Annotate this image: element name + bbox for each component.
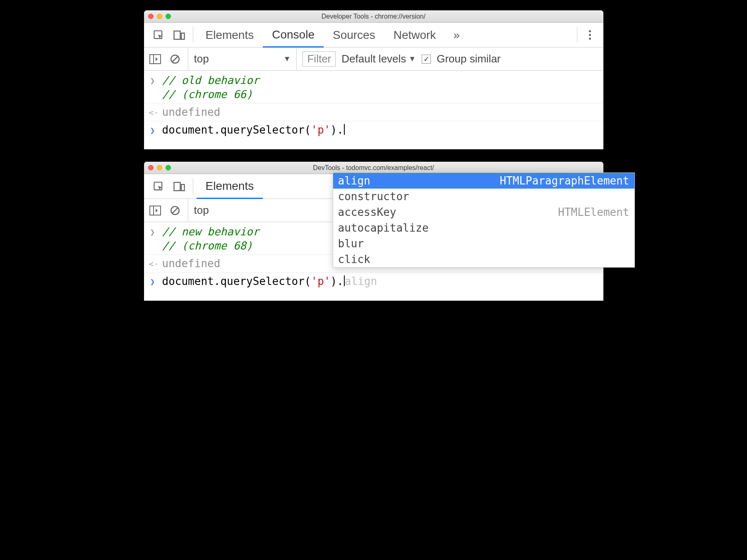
undefined-result: undefined xyxy=(162,257,221,270)
context-selector[interactable]: top xyxy=(188,199,215,222)
text-caret xyxy=(344,124,345,135)
autocomplete-popup[interactable]: alignHTMLParagraphElementconstructoracce… xyxy=(333,172,635,268)
chevron-down-icon: ▼ xyxy=(283,55,291,63)
comment-text: // (chrome 66) xyxy=(162,88,253,101)
console-result-line: <· undefined xyxy=(144,105,603,119)
svg-rect-8 xyxy=(174,182,180,191)
autocomplete-type: HTMLElement xyxy=(558,206,629,218)
autocomplete-name: blur xyxy=(338,237,364,250)
clear-console-icon[interactable] xyxy=(168,52,182,66)
svg-rect-3 xyxy=(150,55,161,64)
divider xyxy=(577,27,577,43)
group-similar-label: Group similar xyxy=(437,53,501,65)
autocomplete-type: HTMLParagraphElement xyxy=(500,175,629,187)
filter-input[interactable]: Filter xyxy=(303,51,336,67)
svg-rect-0 xyxy=(154,31,162,38)
devtools-window-1: Developer Tools - chrome://version/ Elem… xyxy=(144,10,603,149)
traffic-lights xyxy=(148,165,171,170)
window-title: DevTools - todomvc.com/examples/react/ xyxy=(144,164,603,172)
divider xyxy=(193,178,193,194)
device-icon[interactable] xyxy=(169,174,190,199)
tab-console[interactable]: Console xyxy=(263,23,324,48)
input-marker-icon: ❯ xyxy=(149,74,156,86)
console-comment-line: ❯ // old behavior xyxy=(144,73,603,87)
close-icon[interactable] xyxy=(148,14,154,19)
levels-label: Default levels xyxy=(341,53,406,65)
svg-rect-2 xyxy=(181,33,185,39)
console-prompt-line[interactable]: ❯ document.querySelector('p').align xyxy=(144,274,603,288)
inspect-icon[interactable] xyxy=(148,23,169,48)
console-output: ❯ // old behavior // (chrome 66) <· unde… xyxy=(144,71,603,149)
autocomplete-item[interactable]: click xyxy=(333,251,634,267)
comment-text: // old behavior xyxy=(162,74,259,86)
input-marker-icon: ❯ xyxy=(149,225,156,237)
output-marker-icon: <· xyxy=(149,257,156,269)
inspect-icon[interactable] xyxy=(148,174,169,199)
log-levels[interactable]: Default levels ▼ xyxy=(341,53,416,65)
zoom-icon[interactable] xyxy=(166,165,171,170)
devtools-window-2: DevTools - todomvc.com/examples/react/ E… xyxy=(144,162,603,301)
autocomplete-item[interactable]: constructor xyxy=(333,189,634,204)
output-marker-icon: <· xyxy=(149,106,156,117)
chevron-down-icon: ▼ xyxy=(408,55,416,63)
undefined-result: undefined xyxy=(162,106,221,118)
traffic-lights xyxy=(148,14,171,19)
svg-rect-1 xyxy=(174,31,180,39)
ghost-suggestion: align xyxy=(345,275,377,287)
tab-elements[interactable]: Elements xyxy=(197,23,263,47)
comment-text: // (chrome 68) xyxy=(162,239,253,252)
console-prompt-line[interactable]: ❯ document.querySelector('p'). xyxy=(144,123,603,137)
autocomplete-item[interactable]: autocapitalize xyxy=(333,220,634,236)
close-icon[interactable] xyxy=(148,165,154,170)
svg-rect-10 xyxy=(150,206,161,215)
autocomplete-name: click xyxy=(338,253,370,266)
titlebar: Developer Tools - chrome://version/ xyxy=(144,10,603,23)
context-label: top xyxy=(194,204,209,217)
tabbar: Elements Console Sources Network » xyxy=(144,23,603,48)
window-title: Developer Tools - chrome://version/ xyxy=(144,13,603,20)
minimize-icon[interactable] xyxy=(157,165,162,170)
autocomplete-item[interactable]: blur xyxy=(333,236,634,251)
tab-sources[interactable]: Sources xyxy=(324,23,384,47)
prompt-code[interactable]: document.querySelector('p'). xyxy=(162,124,345,136)
menu-icon[interactable] xyxy=(581,30,599,40)
autocomplete-item[interactable]: accessKeyHTMLElement xyxy=(333,204,634,220)
autocomplete-name: autocapitalize xyxy=(338,222,429,234)
group-similar-checkbox[interactable]: ✓ xyxy=(422,55,431,64)
console-comment-line: // (chrome 66) xyxy=(144,87,603,101)
context-selector[interactable]: top ▼ xyxy=(188,48,297,70)
console-toolbar: top ▼ Filter Default levels ▼ ✓ Group si… xyxy=(144,48,603,71)
minimize-icon[interactable] xyxy=(157,14,162,19)
autocomplete-name: align xyxy=(338,175,370,187)
context-label: top xyxy=(194,53,209,65)
sidebar-toggle-icon[interactable] xyxy=(148,203,162,218)
svg-rect-7 xyxy=(154,182,162,190)
prompt-marker-icon: ❯ xyxy=(149,275,156,287)
svg-rect-9 xyxy=(181,184,185,191)
svg-line-6 xyxy=(172,56,178,62)
divider xyxy=(193,27,193,43)
autocomplete-name: accessKey xyxy=(338,206,396,218)
comment-text: // new behavior xyxy=(162,225,259,238)
autocomplete-item[interactable]: alignHTMLParagraphElement xyxy=(333,173,634,189)
tab-network[interactable]: Network xyxy=(384,23,445,47)
autocomplete-name: constructor xyxy=(338,190,409,203)
device-icon[interactable] xyxy=(169,23,190,48)
clear-console-icon[interactable] xyxy=(168,203,182,218)
prompt-code[interactable]: document.querySelector('p').align xyxy=(162,275,377,287)
tab-elements[interactable]: Elements xyxy=(197,175,263,199)
svg-line-13 xyxy=(172,208,178,213)
more-tabs-icon[interactable]: » xyxy=(445,29,468,42)
prompt-marker-icon: ❯ xyxy=(149,124,156,135)
zoom-icon[interactable] xyxy=(166,14,171,19)
sidebar-toggle-icon[interactable] xyxy=(148,52,162,66)
